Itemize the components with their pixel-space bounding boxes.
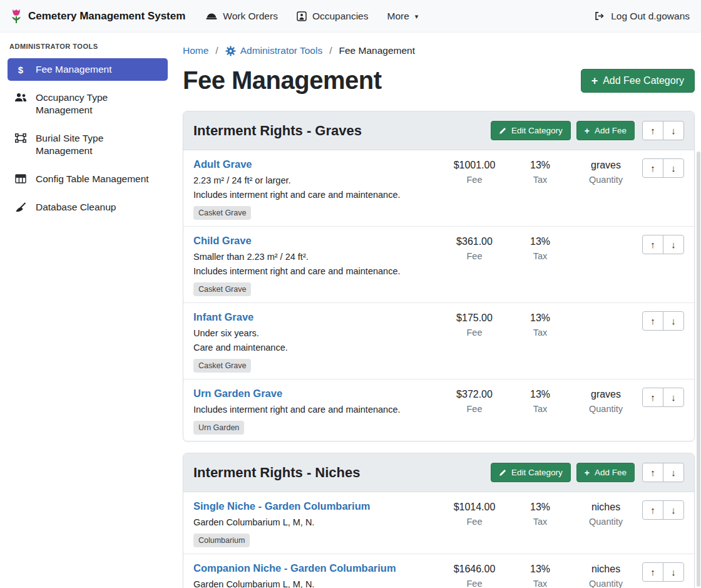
arrow-up-icon: ↑ [650,239,655,250]
fee-row: Urn Garden Grave Includes interment righ… [183,379,694,441]
add-fee-category-button[interactable]: + Add Fee Category [581,69,695,93]
fee-quantity-empty [571,311,640,312]
fee-move-up-button[interactable]: ↑ [642,562,663,582]
sidebar-item-fee-management[interactable]: $ Fee Management [8,58,168,81]
app-brand[interactable]: Cemetery Management System [10,8,185,24]
arrow-up-icon: ↑ [650,505,655,515]
fee-move-up-button[interactable]: ↑ [642,500,663,520]
sidebar-item-label: Occupancy Type Management [36,91,161,116]
fee-quantity: niches [571,502,640,513]
edit-category-button[interactable]: Edit Category [491,121,571,140]
fee-move-down-button[interactable]: ↓ [663,235,684,254]
breadcrumb-admin-tools-link[interactable]: Administrator Tools [225,45,323,56]
fee-quantity: niches [571,564,640,575]
fee-tax: 13% [509,312,571,324]
fee-name-link[interactable]: Infant Grave [193,311,253,323]
nav-more[interactable]: More ▾ [378,6,428,27]
fee-reorder-group: ↑ ↓ [642,562,684,582]
category-title: Interment Rights - Niches [193,465,491,481]
fee-tax-label: Tax [509,579,571,588]
tulip-logo-icon [10,8,23,24]
breadcrumb-current: Fee Management [339,45,416,56]
fee-move-down-button[interactable]: ↓ [663,311,684,331]
fee-amount: $1014.00 [440,502,509,513]
broom-icon [14,202,28,212]
arrow-down-icon: ↓ [671,125,676,136]
arrow-down-icon: ↓ [671,316,676,326]
nav-more-label: More [387,11,409,22]
arrow-up-icon: ↑ [650,125,655,136]
pencil-icon [499,469,506,477]
fee-description: Includes interment right and care and ma… [193,403,440,417]
fee-category-card-niches: Interment Rights - Niches Edit Category … [183,453,695,588]
fee-amount: $1646.00 [440,564,509,575]
category-reorder-group: ↑ ↓ [642,121,684,140]
fee-reorder-group: ↑ ↓ [642,311,684,331]
fee-amount: $1001.00 [440,160,509,171]
fee-name-link[interactable]: Urn Garden Grave [193,388,282,400]
sidebar-item-label: Database Cleanup [36,201,116,214]
fee-amount-label: Fee [440,517,509,527]
sidebar-item-database-cleanup[interactable]: Database Cleanup [8,196,168,219]
add-fee-button[interactable]: + Add Fee [576,463,635,482]
nav-work-orders-label: Work Orders [223,11,278,22]
vertical-scrollbar[interactable] [697,152,700,587]
fee-amount-label: Fee [440,328,509,338]
fee-quantity-empty [571,235,640,236]
breadcrumb-home-link[interactable]: Home [183,45,208,56]
category-move-down-button[interactable]: ↓ [663,463,684,482]
arrow-up-icon: ↑ [650,316,655,326]
arrow-down-icon: ↓ [671,163,676,173]
fee-amount-label: Fee [440,404,509,414]
sidebar-item-burial-site-type-management[interactable]: Burial Site Type Management [8,127,168,162]
edit-category-button[interactable]: Edit Category [491,463,571,482]
pencil-icon [499,127,506,135]
sidebar-item-label: Burial Site Type Management [36,132,161,157]
fee-name-link[interactable]: Adult Grave [193,158,252,170]
fee-tax-label: Tax [509,328,571,338]
fee-description: Under six years. [193,326,440,341]
fee-row: Single Niche - Garden Columbarium Garden… [183,492,694,554]
nav-work-orders[interactable]: Work Orders [197,6,287,27]
fee-move-up-button[interactable]: ↑ [642,311,663,331]
fee-move-up-button[interactable]: ↑ [642,158,663,178]
fee-move-down-button[interactable]: ↓ [663,562,684,582]
fee-move-up-button[interactable]: ↑ [642,388,663,407]
sidebar-item-occupancy-type-management[interactable]: Occupancy Type Management [8,86,168,121]
fee-amount-label: Fee [440,175,509,185]
plus-icon: + [585,468,590,477]
arrow-down-icon: ↓ [671,239,676,250]
fee-tax-label: Tax [509,175,571,185]
category-header: Interment Rights - Niches Edit Category … [183,453,694,492]
fee-type-badge: Casket Grave [193,206,251,220]
fee-name-link[interactable]: Single Niche - Garden Columbarium [193,500,370,512]
fee-reorder-group: ↑ ↓ [642,158,684,178]
fee-amount: $361.00 [440,236,509,247]
fee-name-link[interactable]: Child Grave [193,235,252,247]
nav-occupancies-label: Occupancies [312,11,369,22]
page-header: Fee Management + Add Fee Category [183,66,695,95]
fee-move-down-button[interactable]: ↓ [663,388,684,407]
fee-name-link[interactable]: Companion Niche - Garden Columbarium [193,562,396,574]
arrow-up-icon: ↑ [650,163,655,173]
fee-move-down-button[interactable]: ↓ [663,158,684,178]
sidebar-item-config-table-management[interactable]: Config Table Management [8,168,168,190]
fee-move-up-button[interactable]: ↑ [642,235,663,254]
fee-tax: 13% [509,160,571,171]
nav-occupancies[interactable]: Occupancies [287,6,378,27]
category-move-up-button[interactable]: ↑ [642,463,663,482]
add-fee-button[interactable]: + Add Fee [576,121,635,140]
category-move-up-button[interactable]: ↑ [642,121,663,140]
fee-tax-label: Tax [509,404,571,414]
page-title: Fee Management [183,66,382,95]
chevron-down-icon: ▾ [415,13,419,21]
fee-description: Care and maintenance. [193,341,440,355]
breadcrumb-separator: / [329,45,332,56]
arrow-up-icon: ↑ [650,567,655,577]
fee-type-badge: Urn Garden [193,421,244,435]
main-nav: Work Orders Occupancies More ▾ [197,6,427,27]
logout-button[interactable]: Log Out d.gowans [593,6,691,27]
category-move-down-button[interactable]: ↓ [663,121,684,140]
fee-tax: 13% [509,564,571,575]
fee-move-down-button[interactable]: ↓ [663,500,684,520]
